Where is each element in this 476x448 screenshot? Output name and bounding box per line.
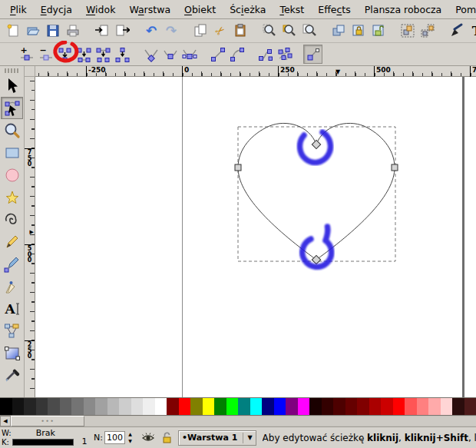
redo-button[interactable]: ↷ — [161, 21, 181, 41]
palette-swatch[interactable] — [381, 398, 393, 415]
palette-swatch[interactable] — [119, 398, 131, 415]
palette-swatch[interactable] — [238, 398, 250, 415]
palette-swatch[interactable] — [12, 398, 25, 415]
path-node-left[interactable] — [235, 164, 241, 171]
palette-swatch[interactable] — [167, 398, 179, 415]
tool-text[interactable]: A — [1, 297, 23, 320]
tool-connector[interactable] — [1, 320, 23, 342]
tool-pencil[interactable] — [1, 231, 23, 253]
palette-swatch[interactable] — [131, 398, 144, 415]
palette-swatch[interactable] — [155, 398, 167, 415]
import-button[interactable] — [92, 21, 112, 41]
path-node-top[interactable] — [312, 140, 320, 148]
zoom-selection-button[interactable] — [259, 21, 279, 41]
menu-item-obiekt[interactable]: Obiekt — [177, 2, 223, 18]
clone-button[interactable] — [349, 21, 369, 41]
palette-swatch[interactable] — [190, 398, 203, 415]
spin-down-button[interactable]: ▼ — [125, 438, 135, 445]
menu-item-warstwa[interactable]: Warstwa — [122, 2, 177, 18]
palette-swatch[interactable] — [60, 398, 72, 415]
palette-swatch[interactable] — [0, 398, 12, 415]
palette-swatch[interactable] — [107, 398, 120, 415]
delete-segment-button[interactable] — [94, 45, 113, 64]
fill-stroke-dialog-button[interactable] — [447, 21, 467, 41]
menu-item-effects[interactable]: Effects — [311, 2, 358, 18]
save-document-button[interactable] — [43, 21, 63, 41]
menu-item-tekst[interactable]: Tekst — [273, 2, 311, 18]
undo-button[interactable]: ↶ — [141, 21, 161, 41]
palette-swatch[interactable] — [405, 398, 417, 415]
palette-swatch[interactable] — [428, 398, 441, 415]
copy-button[interactable] — [190, 21, 210, 41]
palette-swatch[interactable] — [464, 398, 476, 415]
stroke-to-path-button[interactable] — [275, 45, 294, 64]
palette-swatch[interactable] — [71, 398, 84, 415]
palette-swatch[interactable] — [286, 398, 298, 415]
join-nodes-with-segment-button[interactable] — [74, 45, 94, 64]
horizontal-scrollbar[interactable]: ◀ ∙∙∙ — [0, 416, 476, 427]
tool-gradient[interactable] — [1, 342, 23, 364]
palette-swatch[interactable] — [36, 398, 48, 415]
node-smooth-button[interactable] — [160, 45, 180, 64]
palette-swatch[interactable] — [24, 398, 36, 415]
group-button[interactable] — [398, 21, 418, 41]
palette-swatch[interactable] — [84, 398, 96, 415]
menu-item-plik[interactable]: Plik — [3, 2, 34, 18]
palette-swatch[interactable] — [369, 398, 382, 415]
palette-swatch[interactable] — [345, 398, 358, 415]
palette-swatch[interactable] — [262, 398, 274, 415]
delete-node-button[interactable]: − — [36, 45, 55, 64]
object-to-path-button[interactable] — [256, 45, 275, 64]
path-node-bottom[interactable] — [312, 255, 320, 264]
palette-swatch[interactable] — [309, 398, 322, 415]
palette-swatch[interactable] — [393, 398, 405, 415]
export-button[interactable] — [112, 21, 132, 41]
palette-swatch[interactable] — [452, 398, 464, 415]
segment-curve-button[interactable] — [227, 45, 246, 64]
palette-swatch[interactable] — [298, 398, 310, 415]
palette-swatch[interactable] — [250, 398, 263, 415]
palette-swatch[interactable] — [48, 398, 60, 415]
tool-spiral[interactable] — [1, 208, 23, 231]
scrollbar-track[interactable] — [84, 416, 476, 426]
stroke-color-swatch[interactable] — [12, 439, 74, 446]
scroll-left-button[interactable]: ◀ — [0, 416, 11, 426]
palette-swatch[interactable] — [179, 398, 191, 415]
scrollbar-thumb[interactable]: ∙∙∙ — [11, 416, 84, 426]
cut-button[interactable]: ✂ — [210, 21, 230, 41]
insert-node-button[interactable]: + — [17, 45, 36, 64]
spin-up-button[interactable]: ▲ — [125, 431, 135, 438]
text-dialog-button[interactable]: T — [467, 21, 476, 41]
palette-swatch[interactable] — [203, 398, 215, 415]
zoom-input[interactable] — [104, 431, 125, 444]
menu-item-widok[interactable]: Widok — [79, 2, 122, 18]
palette-swatch[interactable] — [143, 398, 155, 415]
palette-swatch[interactable] — [214, 398, 226, 415]
canvas[interactable] — [35, 77, 476, 397]
palette-swatch[interactable] — [417, 398, 429, 415]
palette-swatch[interactable] — [357, 398, 369, 415]
menu-item-pomoc[interactable]: Pomoc — [448, 2, 476, 18]
vertical-ruler[interactable]: ▶ 7 5 05 0 02 5 0 — [25, 77, 35, 397]
palette-swatch[interactable] — [274, 398, 286, 415]
show-handles-toggle[interactable] — [303, 45, 322, 64]
zoom-drawing-button[interactable] — [279, 21, 299, 41]
ungroup-button[interactable] — [418, 21, 438, 41]
tool-ellipse[interactable] — [1, 164, 23, 186]
menu-item-plansza-robocza[interactable]: Plansza robocza — [358, 2, 449, 18]
tool-dropper[interactable] — [1, 364, 23, 387]
unlink-clone-button[interactable] — [369, 21, 388, 41]
palette-swatch[interactable] — [95, 398, 107, 415]
palette-swatch[interactable] — [441, 398, 453, 415]
new-document-button[interactable] — [3, 21, 23, 41]
tool-node-editor[interactable] — [1, 97, 23, 119]
node-symmetric-button[interactable] — [180, 45, 199, 64]
tool-zoom[interactable] — [1, 119, 23, 141]
tool-calligraphy[interactable] — [1, 275, 23, 297]
horizontal-ruler[interactable]: ▼ -250025050075 — [35, 66, 476, 77]
print-button[interactable] — [63, 21, 83, 41]
node-cusp-button[interactable] — [141, 45, 160, 64]
tool-pen[interactable] — [1, 253, 23, 275]
open-document-button[interactable] — [23, 21, 43, 41]
layer-visibility-toggle[interactable] — [141, 433, 155, 443]
